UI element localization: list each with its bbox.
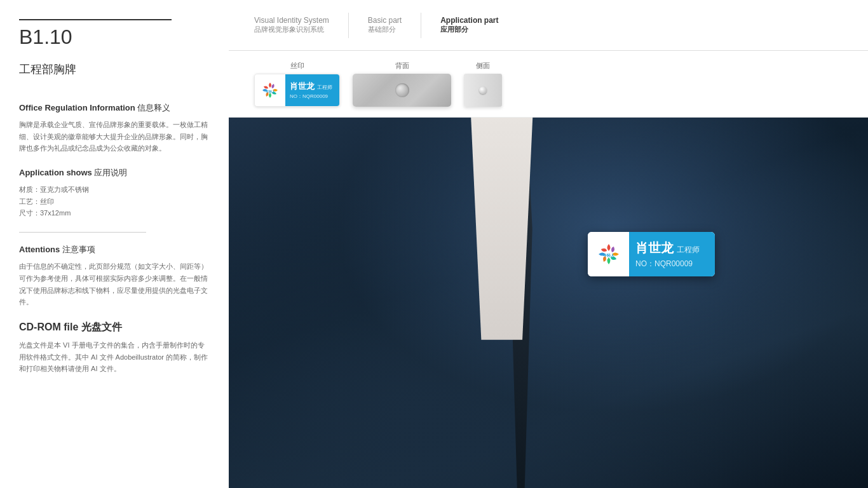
application-shows-section: Application shows 应用说明 材质：亚克力或不锈钢 工艺：丝印 … [19,167,210,219]
basic-part-cn: 基础部分 [368,25,396,34]
attentions-title-cn: 注意事项 [62,245,95,254]
application-part-en: Application part [440,16,498,25]
office-regulation-title: Office Regulation Information 信息释义 [19,102,210,114]
page-number: B1.10 [19,25,210,49]
basic-part-en: Basic part [368,16,402,25]
application-shows-title-en: Application shows [19,168,92,177]
attentions-body: 由于信息的不确定性，此页部分规范（如文字大小、间距等）可作为参考使用，具体可根据… [19,261,210,308]
badge-photo-name: 肖世龙 [635,240,674,257]
page-title: 工程部胸牌 [19,62,210,83]
badge-name: 肖世龙 [290,81,315,92]
badge-front: 年轻人 肖世龙 工程师 NO：NQR00009 [254,74,340,107]
badge-display-area: 丝印 年轻人 肖世龙 工程师 [229,51,868,118]
process-line: 工艺：丝印 [19,196,210,208]
application-part-cn: 应用部分 [440,25,468,34]
badge-back-pin [395,83,409,97]
application-shows-title: Application shows 应用说明 [19,167,210,179]
cdrom-section: CD-ROM file 光盘文件 光盘文件是本 VI 手册电子文件的集合，内含手… [19,321,210,375]
attentions-title: Attentions 注意事项 [19,244,210,255]
badge-side [464,74,502,107]
application-shows-title-cn: 应用说明 [94,168,127,177]
suit-background [226,118,868,488]
badge-info-area: 肖世龙 工程师 NO：NQR00009 [285,74,339,106]
left-panel: B1.10 工程部胸牌 Office Regulation Informatio… [0,0,229,488]
back-badge-group: 背面 [353,61,451,107]
badge-side-clasp [479,86,487,94]
office-regulation-title-en: Office Regulation Information [19,103,135,112]
badge-photo-logo: 年轻人 [588,232,629,276]
badge-photo-no: NO：NQR00009 [635,259,709,269]
application-part-section: Application part 应用部分 [440,16,498,34]
svg-text:年轻人: 年轻人 [602,253,615,257]
top-nav: Visual Identity System 品牌视觉形象识别系统 Basic … [229,0,868,51]
silk-print-label: 丝印 [290,61,304,71]
badge-logo-area: 年轻人 [255,74,285,106]
attentions-section: Attentions 注意事项 由于信息的不确定性，此页部分规范（如文字大小、间… [19,244,210,308]
svg-text:年轻人: 年轻人 [265,90,276,93]
back-label: 背面 [395,61,409,71]
visual-identity-cn: 品牌视觉形象识别系统 [254,25,324,34]
nav-divider-2 [421,13,421,38]
front-badge-group: 丝印 年轻人 肖世龙 工程师 [254,61,340,107]
office-regulation-body: 胸牌是承载企业气质、宣传品牌形象的重要载体。一枚做工精细、设计美观的徽章能够大大… [19,119,210,154]
cdrom-body: 光盘文件是本 VI 手册电子文件的集合，内含手册制作时的专用软件格式文件。其中 … [19,339,210,375]
side-badge-group: 侧面 [464,61,502,107]
size-line: 尺寸：37x12mm [19,207,210,219]
badge-back [353,74,451,107]
visual-identity-en: Visual Identity System [254,16,329,25]
brand-logo-front: 年轻人 [260,80,280,100]
office-regulation-title-cn: 信息释义 [137,103,170,112]
basic-part-section: Basic part 基础部分 [368,16,402,34]
nav-divider-1 [348,13,349,38]
badge-role: 工程师 [317,84,332,91]
application-shows-body: 材质：亚克力或不锈钢 工艺：丝印 尺寸：37x12mm [19,184,210,219]
section-divider [19,232,146,233]
visual-identity-section: Visual Identity System 品牌视觉形象识别系统 [254,16,329,34]
badge-photo-info: 肖世龙 工程师 NO：NQR00009 [629,232,715,276]
badge-on-photo: 年轻人 肖世龙 工程师 NO：NQR00009 [588,232,715,276]
badge-no: NO：NQR00009 [290,93,335,100]
product-photo: 年轻人 肖世龙 工程师 NO：NQR00009 [226,118,868,488]
badge-photo-role: 工程师 [677,245,700,255]
material-line: 材质：亚克力或不锈钢 [19,184,210,196]
office-regulation-section: Office Regulation Information 信息释义 胸牌是承载… [19,102,210,154]
cdrom-title: CD-ROM file 光盘文件 [19,321,210,334]
page-number-line [19,19,172,20]
brand-logo-photo: 年轻人 [596,241,621,267]
side-label: 侧面 [476,61,490,71]
attentions-title-en: Attentions [19,245,60,254]
